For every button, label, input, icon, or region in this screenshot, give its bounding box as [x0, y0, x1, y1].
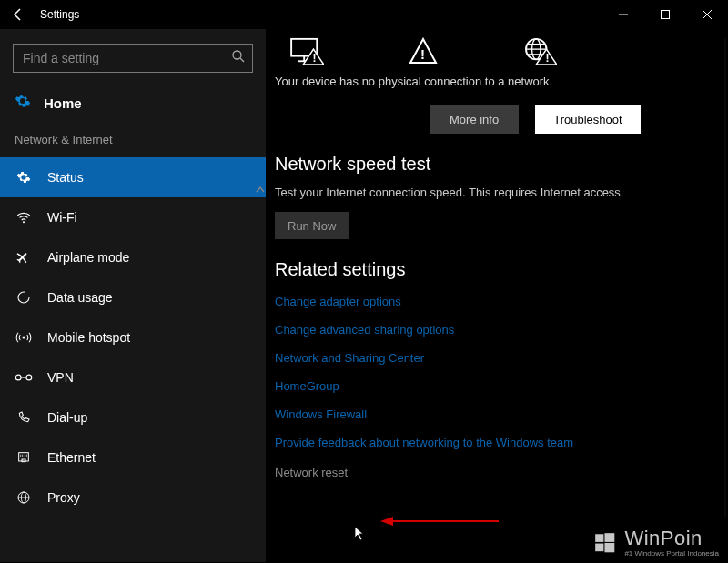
- sidebar: Home Network & Internet Status Wi-Fi Air…: [0, 29, 266, 562]
- troubleshoot-button[interactable]: Troubleshoot: [535, 105, 640, 134]
- svg-rect-1: [662, 11, 670, 19]
- scrollbar[interactable]: [724, 38, 726, 517]
- watermark-sub: #1 Windows Portal Indonesia: [624, 550, 719, 558]
- annotation-arrow: [380, 514, 499, 530]
- link-firewall[interactable]: Windows Firewall: [275, 407, 728, 421]
- sidebar-item-label: Wi-Fi: [47, 210, 251, 225]
- search-container: [13, 44, 253, 73]
- svg-rect-36: [605, 543, 615, 552]
- svg-rect-35: [596, 544, 604, 552]
- svg-rect-12: [19, 453, 29, 461]
- speed-test-description: Test your Internet connection speed. Thi…: [275, 186, 728, 199]
- dialup-icon: [15, 408, 33, 427]
- home-nav[interactable]: Home: [0, 85, 266, 124]
- svg-point-6: [23, 221, 25, 223]
- sidebar-item-ethernet[interactable]: Ethernet: [0, 437, 266, 478]
- sidebar-item-label: Dial-up: [47, 410, 251, 425]
- network-reset-link[interactable]: Network reset: [275, 466, 348, 479]
- svg-line-5: [240, 58, 244, 62]
- proxy-icon: [15, 488, 33, 507]
- svg-rect-33: [596, 534, 604, 542]
- sidebar-item-wifi[interactable]: Wi-Fi: [0, 197, 266, 237]
- cursor-icon: [349, 525, 366, 548]
- search-input[interactable]: [13, 44, 253, 73]
- sidebar-item-label: VPN: [47, 370, 251, 385]
- main-content: ! ! ! Your device has no physical connec…: [266, 29, 728, 562]
- svg-text:!: !: [546, 52, 550, 65]
- link-homegroup[interactable]: HomeGroup: [275, 379, 728, 393]
- sidebar-item-label: Data usage: [47, 290, 251, 305]
- arrow-left-icon: [11, 7, 25, 22]
- status-icon-row: ! ! !: [275, 36, 728, 65]
- more-info-button[interactable]: More info: [430, 105, 519, 134]
- sidebar-item-label: Ethernet: [47, 450, 251, 465]
- svg-rect-34: [605, 533, 615, 542]
- watermark: WinPoin #1 Windows Portal Indonesia: [593, 528, 719, 558]
- watermark-main: WinPoin: [624, 528, 719, 548]
- minimize-button[interactable]: [602, 0, 644, 29]
- close-button[interactable]: [686, 0, 728, 29]
- sidebar-item-label: Mobile hotspot: [47, 330, 251, 345]
- svg-text:!: !: [313, 52, 317, 65]
- sidebar-item-airplane[interactable]: Airplane mode: [0, 237, 266, 277]
- sidebar-item-label: Proxy: [47, 490, 251, 505]
- gear-icon: [15, 93, 31, 113]
- window-title: Settings: [40, 8, 79, 21]
- svg-point-9: [15, 375, 21, 380]
- sidebar-item-data-usage[interactable]: Data usage: [0, 277, 266, 317]
- pc-warning-icon: !: [289, 36, 324, 65]
- warning-icon: !: [406, 36, 440, 65]
- svg-point-7: [18, 292, 29, 303]
- svg-rect-13: [22, 459, 25, 462]
- hotspot-icon: [15, 328, 33, 347]
- sidebar-item-vpn[interactable]: VPN: [0, 357, 266, 397]
- connection-message: Your device has no physical connection t…: [275, 75, 728, 88]
- wifi-icon: [15, 208, 33, 226]
- search-icon: [231, 49, 246, 66]
- svg-point-8: [23, 337, 25, 339]
- svg-point-4: [233, 51, 241, 59]
- sidebar-item-dialup[interactable]: Dial-up: [0, 397, 266, 437]
- globe-warning-icon: !: [522, 36, 557, 65]
- ethernet-icon: [15, 448, 33, 467]
- sidebar-item-label: Airplane mode: [47, 250, 251, 265]
- link-network-center[interactable]: Network and Sharing Center: [275, 351, 728, 365]
- gear-icon: [15, 168, 33, 186]
- title-bar: Settings: [0, 0, 728, 29]
- svg-text:!: !: [420, 46, 425, 62]
- maximize-button[interactable]: [644, 0, 686, 29]
- speed-test-heading: Network speed test: [275, 154, 728, 175]
- windows-logo-icon: [593, 531, 617, 555]
- run-now-button[interactable]: Run Now: [275, 212, 349, 239]
- sidebar-item-proxy[interactable]: Proxy: [0, 478, 266, 518]
- nav-list: Status Wi-Fi Airplane mode Data usage Mo…: [0, 157, 266, 562]
- category-label: Network & Internet: [0, 124, 266, 157]
- sidebar-item-status[interactable]: Status: [0, 157, 266, 197]
- link-sharing-options[interactable]: Change advanced sharing options: [275, 323, 728, 337]
- chevron-up-icon[interactable]: [255, 182, 266, 198]
- home-label: Home: [44, 96, 82, 111]
- link-feedback[interactable]: Provide feedback about networking to the…: [275, 436, 728, 449]
- window-controls: [602, 0, 728, 29]
- sidebar-item-label: Status: [47, 170, 251, 185]
- action-button-row: More info Troubleshoot: [430, 105, 728, 134]
- link-adapter-options[interactable]: Change adapter options: [275, 295, 728, 308]
- sidebar-item-hotspot[interactable]: Mobile hotspot: [0, 317, 266, 357]
- data-usage-icon: [15, 288, 33, 307]
- back-button[interactable]: [0, 0, 36, 29]
- related-heading: Related settings: [275, 259, 728, 280]
- airplane-icon: [15, 248, 33, 266]
- svg-point-10: [26, 375, 32, 380]
- vpn-icon: [15, 368, 33, 387]
